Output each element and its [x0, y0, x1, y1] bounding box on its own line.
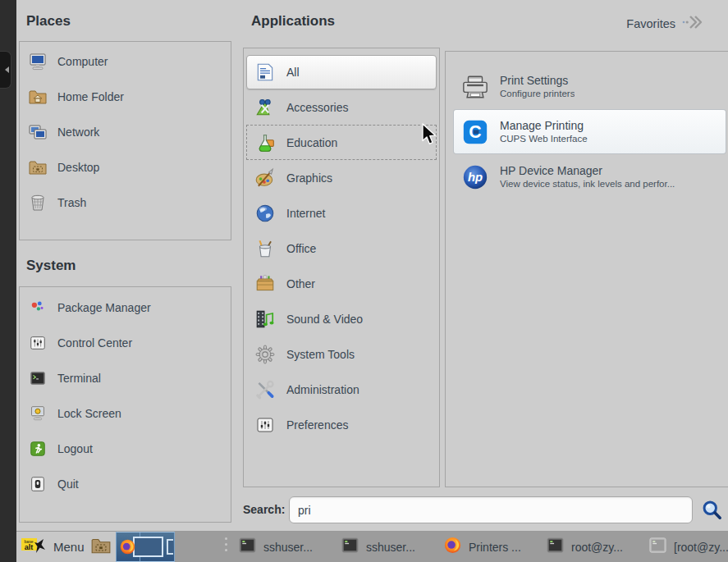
search-label: Search:: [243, 503, 285, 516]
category-accessories[interactable]: Accessories: [246, 89, 437, 125]
place-item-home[interactable]: Home Folder: [20, 79, 231, 114]
system-item-logout[interactable]: Logout: [20, 431, 231, 466]
graphics-icon: [254, 167, 277, 190]
place-label: Trash: [57, 196, 86, 209]
terminal-window-icon: [238, 536, 257, 558]
terminal-window-icon: [341, 536, 359, 558]
taskbar-window-label: root@zy...: [571, 541, 623, 554]
place-item-desktop[interactable]: Desktop: [20, 149, 231, 185]
category-all[interactable]: All: [246, 55, 437, 89]
favorites-button[interactable]: Favorites: [626, 12, 704, 35]
category-other[interactable]: Other: [246, 266, 437, 301]
taskbar-window-label: [root@zy...: [674, 541, 728, 554]
category-label: Administration: [286, 383, 359, 396]
place-label: Network: [57, 126, 99, 139]
desktop-screen: Places Computer Home Folder Network: [0, 0, 728, 562]
category-list: All Accessories Education Graphics: [243, 48, 440, 487]
system-item-package-manager[interactable]: Package Manager: [20, 290, 231, 325]
taskbar-window-sshuser-2[interactable]: sshuser...: [339, 532, 436, 562]
desktop-edge-strip: [0, 0, 16, 562]
drag-handle-icon[interactable]: [225, 537, 227, 551]
category-label: Preferences: [286, 418, 348, 432]
taskbar-window-label: Printers ...: [469, 541, 521, 554]
search-icon[interactable]: [700, 498, 723, 521]
app-item-print-settings[interactable]: Print Settings Configure printers: [454, 65, 726, 108]
place-label: Computer: [57, 55, 108, 68]
home-folder-icon: [28, 87, 48, 107]
system-list: Package Manager Control Center Terminal …: [19, 286, 231, 523]
search-input[interactable]: [289, 496, 693, 523]
computer-icon: [28, 52, 48, 71]
app-item-manage-printing[interactable]: C Manage Printing CUPS Web Interface: [454, 110, 726, 153]
system-label: Control Center: [57, 336, 132, 350]
place-item-network[interactable]: Network: [20, 114, 231, 149]
place-label: Desktop: [57, 161, 99, 174]
terminal-window-icon: [546, 536, 565, 558]
app-item-hp-device-manager[interactable]: hp HP Device Manager View device status,…: [454, 155, 726, 199]
education-icon: [254, 131, 277, 154]
show-desktop-button[interactable]: [89, 535, 112, 560]
chevron-left-icon: [5, 66, 9, 73]
category-preferences[interactable]: Preferences: [246, 407, 437, 442]
system-item-control-center[interactable]: Control Center: [20, 325, 231, 360]
places-list: Computer Home Folder Network Desktop: [19, 41, 231, 240]
hp-letters: hp: [468, 171, 483, 184]
place-item-trash[interactable]: Trash: [20, 185, 231, 220]
category-sound-video[interactable]: Sound & Video: [246, 301, 437, 336]
distro-logo-main-text: alt: [25, 542, 34, 551]
app-title: HP Device Manager: [500, 164, 675, 178]
category-label: Other: [286, 277, 315, 290]
system-label: Lock Screen: [57, 407, 121, 420]
app-description: View device status, ink levels and perfo…: [500, 178, 675, 190]
package-manager-icon: [28, 298, 48, 318]
place-item-computer[interactable]: Computer: [20, 43, 231, 79]
category-internet[interactable]: Internet: [246, 195, 437, 231]
category-system-tools[interactable]: System Tools: [246, 336, 437, 372]
taskbar-window-root-2[interactable]: [root@zy...: [647, 532, 728, 562]
all-categories-icon: [254, 61, 277, 84]
application-results-list: Print Settings Configure printers C Mana…: [445, 51, 728, 487]
applications-header: Applications: [251, 13, 335, 30]
hp-logo-icon: hp: [460, 162, 490, 192]
workspace-switcher[interactable]: [116, 532, 175, 562]
taskbar-window-label: sshuser...: [263, 541, 313, 554]
system-label: Quit: [57, 477, 79, 491]
firefox-icon: [443, 536, 462, 558]
system-label: Terminal: [57, 372, 101, 385]
system-label: Package Manager: [57, 301, 151, 314]
panel-drawer-button[interactable]: [0, 51, 11, 89]
app-description: Configure printers: [500, 88, 575, 99]
workspace-window-outline-2: [167, 539, 173, 555]
menu-button[interactable]: basealt Menu: [21, 535, 85, 560]
trash-icon: [28, 193, 48, 212]
distro-logo-icon: basealt: [21, 535, 48, 560]
lock-screen-icon: [28, 404, 48, 423]
taskbar-window-printers[interactable]: Printers ...: [442, 532, 538, 562]
taskbar-window-label: sshuser...: [366, 541, 415, 554]
taskbar-left-section: basealt Menu: [16, 532, 116, 562]
logout-icon: [28, 439, 48, 459]
category-label: Sound & Video: [286, 313, 363, 326]
category-education[interactable]: Education: [246, 125, 437, 160]
system-item-lock-screen[interactable]: Lock Screen: [20, 395, 231, 431]
taskbar-window-root[interactable]: root@zy...: [544, 532, 641, 562]
menu-button-label: Menu: [53, 540, 85, 554]
cups-icon: C: [460, 117, 490, 147]
office-icon: [254, 237, 277, 260]
system-item-terminal[interactable]: Terminal: [20, 360, 231, 395]
category-graphics[interactable]: Graphics: [246, 160, 437, 195]
category-administration[interactable]: Administration: [246, 372, 437, 407]
double-chevron-right-icon: [681, 12, 704, 35]
category-label: Internet: [286, 207, 325, 220]
administration-icon: [254, 378, 277, 401]
system-item-quit[interactable]: Quit: [20, 466, 231, 501]
category-label: All: [286, 66, 300, 79]
app-description: CUPS Web Interface: [500, 133, 588, 144]
desktop-folder-icon: [28, 158, 48, 177]
category-label: Office: [286, 242, 316, 255]
window-list: sshuser... sshuser... Printers ... root@…: [236, 532, 728, 562]
application-menu-window: Places Computer Home Folder Network: [16, 0, 728, 532]
system-tools-icon: [254, 343, 277, 366]
category-office[interactable]: Office: [246, 231, 437, 266]
taskbar-window-sshuser-1[interactable]: sshuser...: [236, 532, 333, 562]
